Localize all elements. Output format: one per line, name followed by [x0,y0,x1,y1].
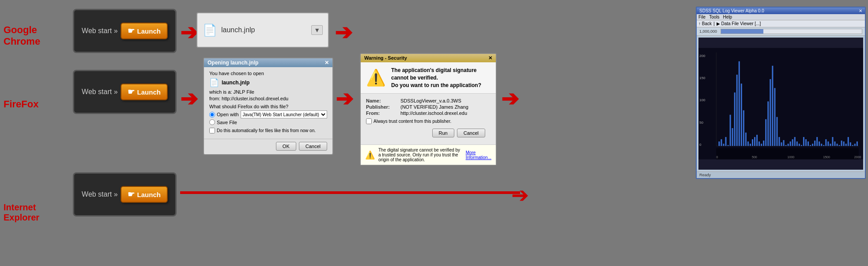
svg-rect-35 [778,137,780,146]
sec-dialog-titlebar: Warning - Security ✕ [361,54,496,62]
viewer-close-btn[interactable]: ✕ [859,8,862,13]
svg-rect-43 [796,141,798,146]
svg-text:100: 100 [699,98,706,102]
svg-rect-30 [767,101,769,146]
sec-name-val: SDSSLogViewer_v.a.0.3WS [400,98,461,103]
sec-publisher-row: Publisher: (NOT VERIFIED) James Zhang [366,104,491,110]
svg-rect-50 [812,144,813,146]
sec-from-val: http://cluster.ischool.drexel.edu [400,110,467,116]
viewer-menu-help[interactable]: Help [723,15,732,19]
svg-rect-8 [718,141,720,146]
svg-rect-60 [834,141,835,146]
sec-dialog-footer: ⚠️ The digital signature cannot be verif… [361,144,496,165]
sec-trust-checkbox[interactable] [366,118,372,124]
ff-open-with-select[interactable]: Java(TM) Web Start Launcher (default) [241,110,327,118]
svg-rect-41 [792,139,793,146]
ff-open-with-label: Open with [217,112,239,117]
sec-from-label: From: [366,110,397,116]
svg-rect-51 [814,141,815,146]
firefox-launch-button[interactable]: ☛ Launch [121,84,168,100]
sec-cancel-button[interactable]: Cancel [457,129,485,137]
sec-footer-text: The digital signature cannot be verified… [378,148,462,162]
ff-auto-label: Do this automatically for files like thi… [217,128,316,133]
sec-more-info-link[interactable]: More Information... [466,150,491,160]
ie-launch-label: Launch [137,191,161,198]
ff-save-file-label: Save File [217,120,237,125]
chrome-launch-button[interactable]: ☛ Launch [121,23,168,39]
svg-rect-46 [803,137,804,146]
ie-long-arrow-container: ➔ [180,191,520,194]
viewer-progress-fill [721,29,763,34]
sec-trust-label: Always trust content from this publisher… [374,119,451,124]
svg-text:150: 150 [699,76,706,80]
ff-file-info: 📄 launch.jnlp [209,78,327,87]
chrome-dropdown-arrow[interactable]: ▼ [311,25,323,35]
viewer-menu-tools[interactable]: Tools [709,15,719,19]
ff-dialog-close-btn[interactable]: ✕ [325,60,329,66]
ff-filename: launch.jnlp [222,80,249,86]
firefox-arrow-1: ➔ [180,86,198,111]
svg-rect-53 [819,141,820,146]
warning-icon: ⚠️ [366,68,386,87]
svg-rect-12 [728,145,729,146]
svg-rect-44 [799,144,800,146]
svg-rect-13 [730,115,731,146]
chrome-panel: Web start » ☛ Launch [73,9,177,53]
svg-rect-66 [848,137,849,146]
ff-dialog-titlebar: Opening launch.jnlp ✕ [204,58,332,67]
ie-arrow-line: ➔ [180,191,520,194]
svg-rect-27 [761,144,762,146]
sec-name-row: Name: SDSSLogViewer_v.a.0.3WS [366,98,491,103]
sec-publisher-label: Publisher: [366,104,397,110]
svg-rect-47 [805,139,807,146]
ff-save-file-radio[interactable] [209,119,215,125]
ff-file-icon: 📄 [209,78,219,87]
svg-rect-39 [788,144,789,146]
svg-rect-20 [745,133,747,146]
svg-rect-42 [794,137,796,146]
viewer-data-file-btn[interactable]: ▶ Data File Viewer [...] [717,21,761,26]
ff-ok-button[interactable]: OK [276,142,296,151]
ff-cancel-button[interactable]: Cancel [299,142,327,151]
ff-dialog-body: You have chosen to open 📄 launch.jnlp wh… [204,67,332,139]
sec-dialog-buttons: Run Cancel [366,127,491,141]
sdss-viewer: SDSS SQL Log Viewer Alpha 0.0 ✕ File Too… [696,7,866,179]
svg-rect-38 [785,145,787,146]
viewer-title-text: SDSS SQL Log Viewer Alpha 0.0 [699,8,764,13]
viewer-statusbar: Ready [697,171,865,178]
svg-rect-10 [723,144,724,146]
ff-question-text: What should Firefox do with this file? [209,104,327,109]
ff-open-with-radio[interactable] [209,112,215,118]
svg-rect-16 [736,75,738,146]
svg-rect-70 [857,141,858,146]
svg-rect-14 [732,128,733,146]
result-arrow: ➔ [501,86,519,111]
sec-footer-icon: ⚠️ [365,150,375,160]
sec-run-button[interactable]: Run [432,129,454,137]
svg-rect-67 [850,142,851,146]
viewer-controls: 1,000,000 [697,27,865,36]
svg-text:50: 50 [699,121,703,125]
viewer-toolbar: ↑ Back | ▶ Data File Viewer [...] [697,20,865,27]
ie-webstart-text: Web start » [82,190,118,198]
sec-dialog-body: Name: SDSSLogViewer_v.a.0.3WS Publisher:… [361,94,496,144]
svg-text:2000: 2000 [854,156,861,159]
svg-rect-29 [765,119,766,146]
ie-arrow-head: ➔ [511,182,529,207]
viewer-menu-file[interactable]: File [698,15,706,19]
svg-text:0: 0 [716,156,718,159]
sec-header-text: The application's digital signature cann… [391,67,491,89]
svg-rect-32 [772,66,773,146]
svg-rect-65 [845,144,847,146]
svg-text:0: 0 [699,143,702,147]
chrome-launch-label: Launch [137,27,161,35]
svg-text:500: 500 [752,156,757,159]
svg-rect-36 [781,142,782,146]
viewer-back-btn[interactable]: ↑ Back [698,21,712,26]
cursor-icon: ☛ [128,26,135,36]
chrome-label: Google Chrome [4,24,74,47]
ff-auto-checkbox[interactable] [209,128,215,133]
ie-launch-button[interactable]: ☛ Launch [121,186,168,203]
sec-close-btn[interactable]: ✕ [488,55,492,61]
svg-rect-40 [790,141,791,146]
